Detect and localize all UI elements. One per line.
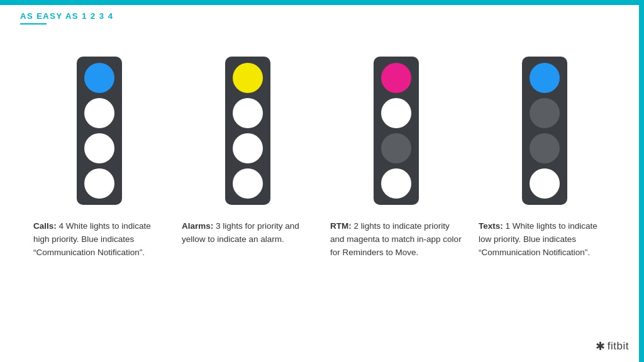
light-texts-4	[530, 168, 560, 199]
header: AS EASY AS 1 2 3 4	[20, 11, 113, 25]
light-calls-1	[84, 63, 114, 93]
desc-rtm: RTM: 2 lights to indicate priority and m…	[330, 220, 462, 260]
column-calls: Calls: 4 White lights to indicate high p…	[33, 57, 165, 260]
light-rtm-3	[381, 133, 411, 163]
light-rtm-1	[381, 63, 411, 93]
light-calls-2	[84, 98, 114, 128]
column-rtm: RTM: 2 lights to indicate priority and m…	[330, 57, 462, 260]
light-texts-1	[530, 63, 560, 93]
light-rtm-4	[381, 168, 411, 199]
device-rtm	[374, 57, 419, 205]
top-bar	[0, 0, 644, 5]
column-alarms: Alarms: 3 lights for priority and yellow…	[182, 57, 314, 246]
title-underline	[20, 23, 47, 25]
page-title: AS EASY AS 1 2 3 4	[20, 11, 113, 21]
main-content: Calls: 4 White lights to indicate high p…	[0, 57, 644, 260]
desc-calls: Calls: 4 White lights to indicate high p…	[33, 220, 165, 260]
light-alarms-3	[233, 133, 263, 163]
desc-alarms-bold: Alarms:	[182, 221, 213, 231]
light-texts-3	[530, 133, 560, 163]
desc-texts-bold: Texts:	[479, 221, 503, 231]
device-alarms	[225, 57, 270, 205]
light-alarms-2	[233, 98, 263, 128]
fitbit-text: fitbit	[608, 340, 629, 353]
column-texts: Texts: 1 White lights to indicate low pr…	[479, 57, 611, 260]
light-calls-3	[84, 133, 114, 163]
fitbit-icon: ✱	[596, 339, 605, 353]
desc-texts: Texts: 1 White lights to indicate low pr…	[479, 220, 611, 260]
fitbit-logo: ✱ fitbit	[596, 339, 629, 353]
light-calls-4	[84, 168, 114, 199]
device-texts	[522, 57, 567, 205]
light-rtm-2	[381, 98, 411, 128]
light-alarms-1	[233, 63, 263, 93]
light-alarms-4	[233, 168, 263, 199]
light-texts-2	[530, 98, 560, 128]
desc-calls-bold: Calls:	[33, 221, 57, 231]
desc-rtm-bold: RTM:	[330, 221, 352, 231]
device-calls	[77, 57, 122, 205]
desc-alarms: Alarms: 3 lights for priority and yellow…	[182, 220, 314, 246]
